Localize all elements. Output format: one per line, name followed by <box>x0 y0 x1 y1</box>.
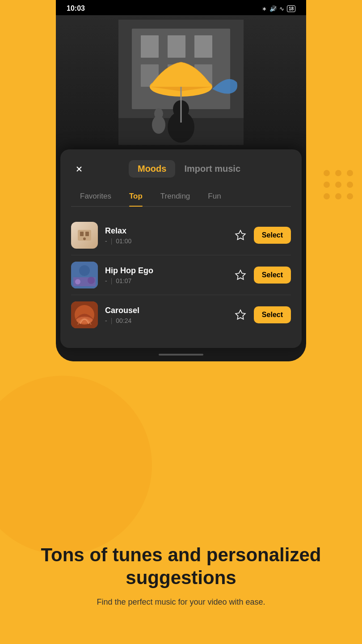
volume-icon: 🔊̸ <box>269 5 277 12</box>
track-item-relax: Relax - | 01:00 Select <box>71 216 291 255</box>
subtab-fun[interactable]: Fun <box>199 188 230 206</box>
favorite-carousel-button[interactable] <box>232 306 249 324</box>
bottom-sheet: Moods Import music Favorites Top Trendin… <box>60 149 302 348</box>
status-icons: ∗ 🔊̸ ∿ 18 <box>262 5 295 12</box>
svg-point-14 <box>154 108 163 119</box>
battery-icon: 18 <box>287 5 295 12</box>
umbrella-illustration <box>118 20 244 145</box>
track-info-carousel: Carousel - | 00:24 <box>105 306 232 324</box>
svg-point-23 <box>79 265 90 276</box>
svg-rect-3 <box>168 35 185 58</box>
sub-tabs: Favorites Top Trending Fun <box>71 188 291 207</box>
subtab-favorites[interactable]: Favorites <box>71 188 120 206</box>
bottom-section: Tons of tunes and personalized suggestio… <box>0 544 362 608</box>
main-heading: Tons of tunes and personalized suggestio… <box>18 544 344 589</box>
background-blob <box>0 376 152 555</box>
header-tabs: Moods Import music <box>87 160 291 178</box>
tab-import-music[interactable]: Import music <box>175 160 249 178</box>
track-title-relax: Relax <box>105 226 232 236</box>
select-carousel-button[interactable]: Select <box>254 306 291 323</box>
svg-point-26 <box>88 277 95 284</box>
track-thumb-hiphopego <box>71 262 98 288</box>
sub-heading: Find the perfect music for your video wi… <box>18 596 344 608</box>
phone-mockup: 10:03 ∗ 🔊̸ ∿ 18 <box>56 0 306 361</box>
svg-marker-27 <box>236 270 245 280</box>
sheet-header: Moods Import music <box>71 160 291 178</box>
svg-point-25 <box>75 279 80 284</box>
track-meta-relax: - | 01:00 <box>105 237 232 245</box>
track-title-carousel: Carousel <box>105 306 232 315</box>
subtab-trending[interactable]: Trending <box>152 188 199 206</box>
track-info-relax: Relax - | 01:00 <box>105 226 232 245</box>
svg-marker-31 <box>236 310 245 319</box>
subtab-top[interactable]: Top <box>120 188 152 206</box>
select-hiphopego-button[interactable]: Select <box>254 267 291 284</box>
svg-rect-19 <box>85 232 89 236</box>
svg-rect-2 <box>141 35 159 58</box>
track-item-hiphopego: Hip Hop Ego - | 01:07 Select <box>71 255 291 295</box>
track-item-carousel: Carousel - | 00:24 Select <box>71 295 291 335</box>
close-button[interactable] <box>71 161 87 177</box>
track-list: Relax - | 01:00 Select <box>71 216 291 335</box>
track-title-hiphopego: Hip Hop Ego <box>105 266 232 275</box>
status-bar: 10:03 ∗ 🔊̸ ∿ 18 <box>56 0 306 15</box>
status-time: 10:03 <box>67 4 85 13</box>
wifi-icon: ∿ <box>279 5 284 12</box>
decorative-dots <box>324 170 353 199</box>
track-meta-carousel: - | 00:24 <box>105 317 232 324</box>
phone-bottom <box>60 348 302 361</box>
svg-marker-21 <box>236 230 245 240</box>
bottom-handle <box>159 354 203 356</box>
svg-point-20 <box>83 237 86 240</box>
bluetooth-icon: ∗ <box>262 5 267 12</box>
svg-rect-18 <box>80 232 84 236</box>
track-thumb-relax <box>71 222 98 249</box>
video-preview <box>56 15 306 149</box>
select-relax-button[interactable]: Select <box>254 227 291 244</box>
track-meta-hiphopego: - | 01:07 <box>105 277 232 284</box>
favorite-relax-button[interactable] <box>232 226 249 244</box>
tab-moods[interactable]: Moods <box>129 160 175 178</box>
svg-rect-4 <box>194 35 212 58</box>
track-thumb-carousel <box>71 301 98 328</box>
track-info-hiphopego: Hip Hop Ego - | 01:07 <box>105 266 232 284</box>
favorite-hiphopego-button[interactable] <box>232 266 249 284</box>
